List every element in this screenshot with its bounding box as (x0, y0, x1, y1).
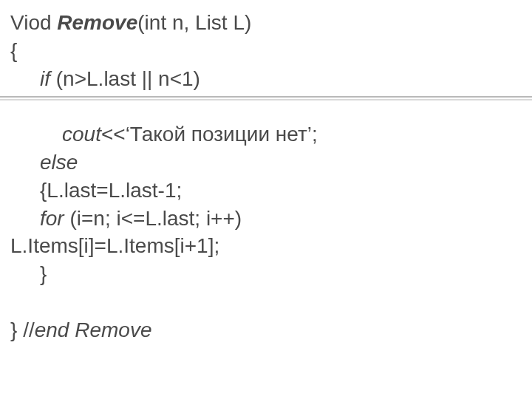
text: } (40, 262, 47, 285)
divider (0, 96, 532, 100)
text: (n>L.last || n<1) (56, 67, 200, 90)
code-line-5: else (10, 149, 522, 177)
blank-line (10, 288, 522, 316)
text-italic: end Remove (35, 318, 152, 341)
code-line-8: L.Items[i]=L.Items[i+1]; (10, 232, 522, 260)
code-line-1: Viod Remove(int n, List L) (10, 9, 522, 37)
text: (int n, List L) (137, 11, 251, 34)
code-line-4: cout<<‘Такой позиции нет’; (10, 120, 522, 149)
text-bold-italic: Remove (57, 11, 137, 34)
text: L.Items[i]=L.Items[i+1]; (10, 234, 219, 257)
text: } // (10, 318, 35, 341)
text-italic: for (40, 207, 69, 230)
code-line-7: for (i=n; i<=L.last; i++) (10, 205, 522, 233)
text-italic: if (40, 67, 56, 90)
text: {L.last=L.last-1; (40, 179, 182, 202)
text: { (10, 39, 17, 62)
text-italic: else (40, 151, 78, 174)
text: <<‘Такой позиции нет’; (101, 123, 318, 146)
code-line-3: if (n>L.last || n<1) (10, 65, 522, 93)
code-line-10: } //end Remove (10, 316, 522, 344)
text: Viod (10, 11, 57, 34)
code-line-6: {L.last=L.last-1; (10, 177, 522, 205)
text: (i=n; i<=L.last; i++) (69, 207, 242, 230)
code-line-2: { (10, 37, 522, 65)
slide: Viod Remove(int n, List L) { if (n>L.las… (0, 0, 532, 399)
code-line-9: } (10, 260, 522, 288)
text-italic: cout (62, 123, 101, 146)
